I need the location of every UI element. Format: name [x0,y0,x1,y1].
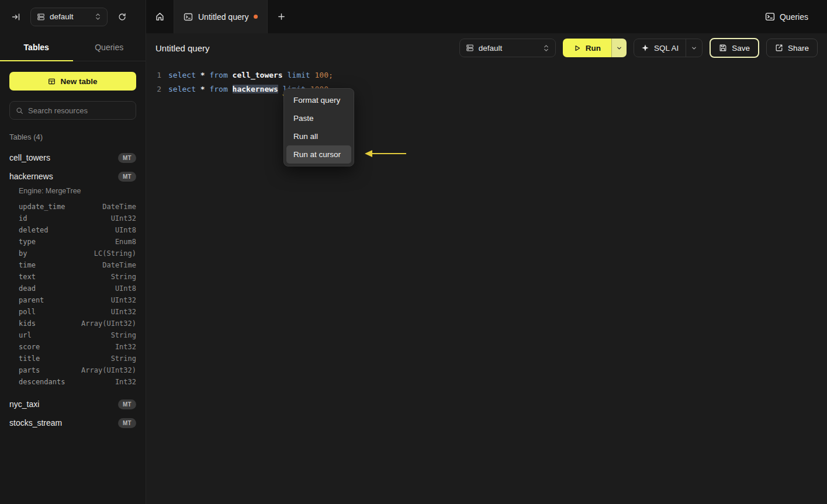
refresh-button[interactable] [115,9,130,25]
share-icon [775,44,783,52]
column-type: String [111,354,136,363]
code-token: from [209,85,232,93]
context-menu: Format queryPasteRun allRun at cursor [283,88,354,166]
queries-button[interactable]: Queries [760,8,813,25]
play-icon [573,44,581,52]
main-area: Untitled query default Run [146,33,827,504]
save-icon [719,44,727,52]
column-type: Array(UInt32) [81,319,136,328]
table-row-nyc_taxi[interactable]: nyc_taxiMT [0,395,146,413]
database-selector-topbar[interactable]: default [30,8,108,26]
column-type: UInt32 [111,214,136,223]
chevron-up-down-icon [95,13,101,20]
menu-item-format-query[interactable]: Format query [286,91,351,109]
column-type: Int32 [115,378,136,386]
column-row: partsArray(UInt32) [19,364,136,376]
search-icon [16,107,23,114]
sql-ai-main[interactable]: SQL AI [634,44,686,53]
column-type: DateTime [102,261,136,269]
engine-badge: MT [118,418,136,428]
chevron-up-down-icon [543,44,549,52]
column-row: textString [19,271,136,283]
plus-icon [277,12,286,21]
menu-item-run-all[interactable]: Run all [286,127,351,145]
new-table-button[interactable]: New table [9,72,136,91]
database-icon [466,44,474,52]
column-row: titleString [19,353,136,364]
engine-badge: MT [118,399,136,409]
database-selector-value: default [479,44,538,53]
tables-section-header: Tables (4) [9,133,136,141]
sidebar-tab-tables-label: Tables [24,43,49,52]
sidebar-tab-queries-label: Queries [95,43,123,52]
database-icon [37,13,45,21]
table-row-stocks_stream[interactable]: stocks_streamMT [0,413,146,432]
table-name: stocks_stream [9,418,62,427]
sql-ai-options-button[interactable] [686,39,702,57]
table-row-hackernews[interactable]: hackernewsMT [0,167,146,186]
menu-item-paste[interactable]: Paste [286,109,351,127]
engine-badge: MT [118,153,136,163]
code-line-2[interactable]: 2select * from hackernews limit 1000 [146,82,827,96]
column-type: LC(String) [94,249,136,258]
column-name: descendants [19,378,65,386]
query-title: Untitled query [155,43,210,53]
chevron-down-icon [616,45,622,51]
sidebar-tabs: Tables Queries [0,33,146,61]
collapse-sidebar-button[interactable] [8,9,23,25]
code-token: * [200,71,210,79]
run-split-button: Run [563,39,627,57]
column-row: update_timeDateTime [19,201,136,213]
column-row: deletedUInt8 [19,224,136,236]
column-row: idUInt32 [19,213,136,224]
column-name: dead [19,284,36,293]
refresh-icon [117,12,127,22]
column-type: Array(UInt32) [81,366,136,374]
ai-sparkle-icon [641,44,649,52]
column-name: by [19,249,27,258]
table-engine-label: Engine: MergeTree [0,186,146,200]
topbar-left: default [0,0,146,33]
queries-button-label: Queries [780,12,808,22]
topbar-right: Queries [760,0,827,33]
column-type: Enum8 [115,238,136,246]
run-options-button[interactable] [611,39,627,57]
column-name: parent [19,296,44,304]
column-list: update_timeDateTimeidUInt32deletedUInt8t… [0,200,146,395]
share-button[interactable]: Share [766,39,818,57]
topbar: default Untitled query [0,0,827,33]
tab-untitled-query[interactable]: Untitled query [174,0,268,33]
column-row: parentUInt32 [19,294,136,306]
column-name: url [19,331,32,339]
new-tab-button[interactable] [268,0,295,33]
search-resources-input[interactable] [28,106,130,115]
run-button[interactable]: Run [563,39,611,57]
column-type: String [111,273,136,281]
sidebar-tab-tables[interactable]: Tables [0,33,73,61]
column-name: poll [19,308,36,316]
code-token: * [200,85,210,93]
sidebar-tab-queries[interactable]: Queries [73,33,146,61]
save-button-label: Save [732,44,750,53]
column-name: text [19,273,36,281]
run-button-label: Run [586,44,601,53]
table-name: nyc_taxi [9,399,39,409]
sql-ai-button[interactable]: SQL AI [634,39,703,57]
menu-item-run-at-cursor[interactable]: Run at cursor [286,145,351,164]
column-name: type [19,238,36,246]
query-header: Untitled query default Run [146,33,827,62]
home-tab-button[interactable] [146,0,174,33]
column-row: urlString [19,329,136,341]
editor-lines[interactable]: 1select * from cell_towers limit 100;2se… [146,62,827,96]
chevron-down-icon [691,45,697,51]
table-grid-icon [48,78,56,85]
query-toolbar: default Run [459,38,818,58]
table-row-cell_towers[interactable]: cell_towersMT [0,148,146,167]
column-row: pollUInt32 [19,306,136,318]
database-selector-query[interactable]: default [459,39,556,57]
search-resources-box [9,101,136,120]
column-name: deleted [19,226,49,234]
code-line-1[interactable]: 1select * from cell_towers limit 100; [146,68,827,82]
save-button[interactable]: Save [710,38,759,58]
code-token: select [168,85,200,93]
